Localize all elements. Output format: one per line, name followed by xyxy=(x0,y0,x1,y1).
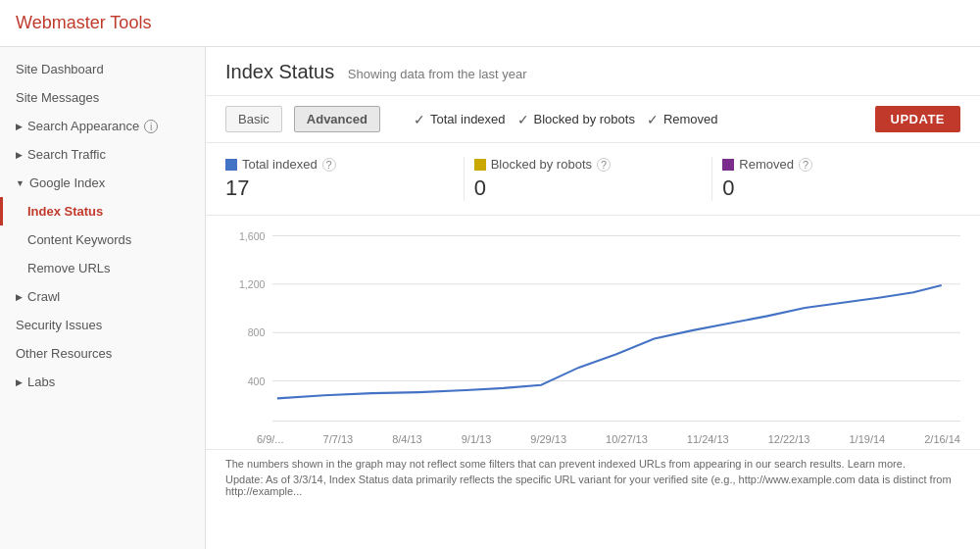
sidebar-item-search-appearance[interactable]: ▶Search Appearancei xyxy=(0,112,205,140)
sidebar-item-label: Labs xyxy=(27,374,55,389)
chart-area: 1,600 1,200 800 400 xyxy=(206,216,980,431)
checkbox-blocked-by-robots: ✓Blocked by robots xyxy=(517,112,635,127)
top-bar: Webmaster Tools xyxy=(0,0,980,47)
checkbox-total-indexed: ✓Total indexed xyxy=(414,112,506,127)
sidebar-item-label: Remove URLs xyxy=(27,261,111,275)
chevron-right-icon: ▶ xyxy=(16,122,23,131)
check-icon: ✓ xyxy=(517,112,529,127)
stat-label-text: Total indexed xyxy=(242,157,318,172)
update-button[interactable]: UPDATE xyxy=(875,106,960,132)
chart-svg: 1,600 1,200 800 400 xyxy=(225,225,960,431)
sidebar-item-label: Google Index xyxy=(29,175,105,190)
sidebar-item-label: Site Dashboard xyxy=(16,62,104,76)
main-content: Index Status Showing data from the last … xyxy=(206,47,980,549)
chart-x-label: 9/1/13 xyxy=(462,433,492,445)
tab-basic[interactable]: Basic xyxy=(225,106,282,132)
chart-x-label: 12/22/13 xyxy=(768,433,810,445)
svg-text:1,200: 1,200 xyxy=(239,278,265,291)
check-icon: ✓ xyxy=(414,112,425,127)
sidebar-item-site-messages[interactable]: Site Messages xyxy=(0,83,205,112)
sidebar-item-crawl[interactable]: ▶Crawl xyxy=(0,282,205,311)
chart-footer: The numbers shown in the graph may not r… xyxy=(206,449,980,505)
info-icon[interactable]: i xyxy=(144,120,158,133)
sidebar-item-search-traffic[interactable]: ▶Search Traffic xyxy=(0,140,205,169)
sidebar-item-site-dashboard[interactable]: Site Dashboard xyxy=(0,55,205,83)
checkbox-removed: ✓Removed xyxy=(647,112,718,127)
sidebar-item-security-issues[interactable]: Security Issues xyxy=(0,311,205,339)
sidebar: Site DashboardSite Messages▶Search Appea… xyxy=(0,47,206,549)
app-title: Webmaster Tools xyxy=(16,13,151,33)
sidebar-item-index-status[interactable]: Index Status xyxy=(0,197,205,225)
stat-color-indicator xyxy=(474,159,486,171)
chart-x-label: 2/16/14 xyxy=(924,433,960,445)
stat-color-indicator xyxy=(225,159,237,171)
help-icon[interactable]: ? xyxy=(322,158,336,172)
stat-total-indexed: Total indexed?17 xyxy=(225,157,465,201)
stat-label-text: Removed xyxy=(739,157,794,172)
checkbox-label: Total indexed xyxy=(430,112,506,126)
chart-x-label: 8/4/13 xyxy=(392,433,422,445)
stat-removed: Removed?0 xyxy=(712,157,960,201)
checkbox-label: Removed xyxy=(663,112,718,126)
page-title: Index Status Showing data from the last … xyxy=(225,61,960,83)
sidebar-item-label: Content Keywords xyxy=(27,232,131,247)
chart-x-label: 11/24/13 xyxy=(687,433,729,445)
stat-value: 17 xyxy=(225,175,444,201)
sidebar-item-label: Search Appearance xyxy=(27,119,139,133)
sidebar-item-label: Index Status xyxy=(27,204,103,219)
stat-blocked-by-robots: Blocked by robots?0 xyxy=(465,157,713,201)
stat-color-indicator xyxy=(722,159,734,171)
sidebar-item-label: Site Messages xyxy=(16,90,99,105)
chart-x-label: 10/27/13 xyxy=(606,433,648,445)
sidebar-item-labs[interactable]: ▶Labs xyxy=(0,368,205,396)
sidebar-item-label: Security Issues xyxy=(16,318,102,332)
svg-text:400: 400 xyxy=(248,374,266,387)
svg-text:800: 800 xyxy=(248,326,266,339)
sidebar-item-label: Other Resources xyxy=(16,346,112,361)
stats-row: Total indexed?17Blocked by robots?0Remov… xyxy=(206,143,980,216)
content-header: Index Status Showing data from the last … xyxy=(206,47,980,96)
chevron-down-icon: ▼ xyxy=(16,178,24,188)
chart-x-label: 6/9/... xyxy=(257,433,284,445)
help-icon[interactable]: ? xyxy=(597,158,611,172)
svg-text:1,600: 1,600 xyxy=(239,229,265,242)
toolbar: BasicAdvanced ✓Total indexed✓Blocked by … xyxy=(206,96,980,143)
chart-x-label: 1/19/14 xyxy=(850,433,886,445)
stat-value: 0 xyxy=(474,175,693,201)
sidebar-item-label: Search Traffic xyxy=(27,147,106,162)
help-icon[interactable]: ? xyxy=(799,158,812,172)
tab-advanced[interactable]: Advanced xyxy=(294,106,380,132)
sidebar-item-content-keywords[interactable]: Content Keywords xyxy=(0,225,205,254)
layout: Site DashboardSite Messages▶Search Appea… xyxy=(0,47,980,549)
chart-x-label: 9/29/13 xyxy=(530,433,566,445)
stat-value: 0 xyxy=(722,175,941,201)
chevron-right-icon: ▶ xyxy=(16,150,23,160)
chart-x-label: 7/7/13 xyxy=(323,433,354,445)
sidebar-item-google-index[interactable]: ▼Google Index xyxy=(0,169,205,197)
sidebar-item-remove-urls[interactable]: Remove URLs xyxy=(0,254,205,282)
sidebar-item-label: Crawl xyxy=(27,289,60,304)
sidebar-item-other-resources[interactable]: Other Resources xyxy=(0,339,205,368)
check-icon: ✓ xyxy=(647,112,659,127)
stat-label-text: Blocked by robots xyxy=(491,157,592,172)
checkbox-label: Blocked by robots xyxy=(534,112,635,126)
chevron-right-icon: ▶ xyxy=(16,292,23,302)
chevron-right-icon: ▶ xyxy=(16,377,23,387)
